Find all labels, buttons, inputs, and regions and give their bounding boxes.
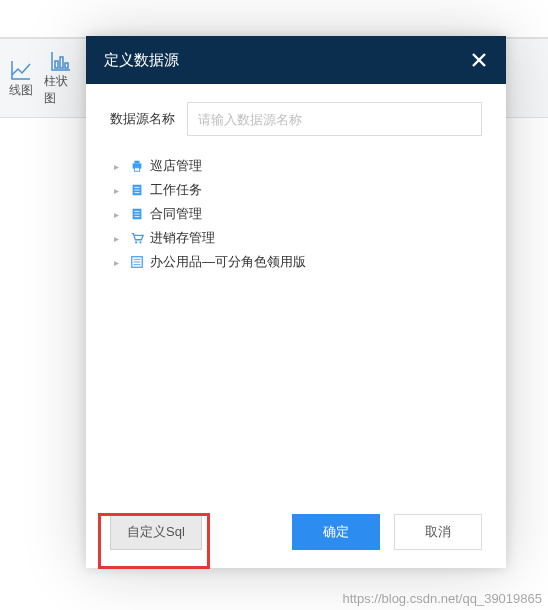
button-label: 取消 bbox=[425, 523, 451, 541]
tree-item[interactable]: ▸ 办公用品—可分角色领用版 bbox=[114, 250, 482, 274]
printer-icon bbox=[130, 159, 144, 173]
ribbon-item-bar-chart[interactable]: 柱状图 bbox=[44, 49, 78, 107]
define-datasource-modal: 定义数据源 数据源名称 ▸ 巡店管理 ▸ 工作任务 ▸ 合同管理 bbox=[86, 36, 506, 568]
modal-title: 定义数据源 bbox=[104, 51, 179, 70]
cancel-button[interactable]: 取消 bbox=[394, 514, 482, 550]
ribbon-label: 柱状图 bbox=[44, 73, 78, 107]
svg-point-17 bbox=[139, 241, 141, 243]
svg-rect-6 bbox=[134, 161, 139, 164]
datasource-name-row: 数据源名称 bbox=[110, 102, 482, 136]
tree-item-label: 工作任务 bbox=[150, 181, 202, 199]
svg-rect-7 bbox=[134, 168, 139, 172]
tree-item-label: 巡店管理 bbox=[150, 157, 202, 175]
document-icon bbox=[130, 183, 144, 197]
modal-header: 定义数据源 bbox=[86, 36, 506, 84]
tree-item[interactable]: ▸ 进销存管理 bbox=[114, 226, 482, 250]
tree-item-label: 办公用品—可分角色领用版 bbox=[150, 253, 306, 271]
custom-sql-button[interactable]: 自定义Sql bbox=[110, 514, 202, 550]
chevron-right-icon: ▸ bbox=[114, 185, 124, 196]
tree-item[interactable]: ▸ 巡店管理 bbox=[114, 154, 482, 178]
tree-item[interactable]: ▸ 合同管理 bbox=[114, 202, 482, 226]
chevron-right-icon: ▸ bbox=[114, 161, 124, 172]
chevron-right-icon: ▸ bbox=[114, 257, 124, 268]
watermark-text: https://blog.csdn.net/qq_39019865 bbox=[343, 591, 543, 606]
tree-item-label: 合同管理 bbox=[150, 205, 202, 223]
datasource-name-input[interactable] bbox=[187, 102, 482, 136]
close-button[interactable] bbox=[470, 51, 488, 69]
document-icon bbox=[130, 207, 144, 221]
chevron-right-icon: ▸ bbox=[114, 233, 124, 244]
modal-body: 数据源名称 ▸ 巡店管理 ▸ 工作任务 ▸ 合同管理 ▸ 进销存管 bbox=[86, 84, 506, 496]
ribbon-label: 线图 bbox=[9, 82, 33, 99]
datasource-tree: ▸ 巡店管理 ▸ 工作任务 ▸ 合同管理 ▸ 进销存管理 ▸ bbox=[114, 154, 482, 274]
bar-chart-icon bbox=[49, 49, 73, 73]
close-icon bbox=[470, 51, 488, 69]
svg-point-16 bbox=[135, 241, 137, 243]
chevron-right-icon: ▸ bbox=[114, 209, 124, 220]
confirm-button[interactable]: 确定 bbox=[292, 514, 380, 550]
tree-item-label: 进销存管理 bbox=[150, 229, 215, 247]
button-label: 确定 bbox=[323, 523, 349, 541]
svg-rect-1 bbox=[60, 57, 63, 68]
window-toolbar bbox=[0, 0, 548, 38]
svg-rect-2 bbox=[65, 63, 68, 68]
svg-rect-0 bbox=[55, 61, 58, 68]
list-icon bbox=[130, 255, 144, 269]
ribbon-item-line-chart[interactable]: 线图 bbox=[4, 58, 38, 99]
modal-footer: 自定义Sql 确定 取消 bbox=[86, 496, 506, 568]
line-chart-icon bbox=[9, 58, 33, 82]
datasource-name-label: 数据源名称 bbox=[110, 110, 175, 128]
cart-icon bbox=[130, 231, 144, 245]
button-label: 自定义Sql bbox=[127, 523, 185, 541]
tree-item[interactable]: ▸ 工作任务 bbox=[114, 178, 482, 202]
